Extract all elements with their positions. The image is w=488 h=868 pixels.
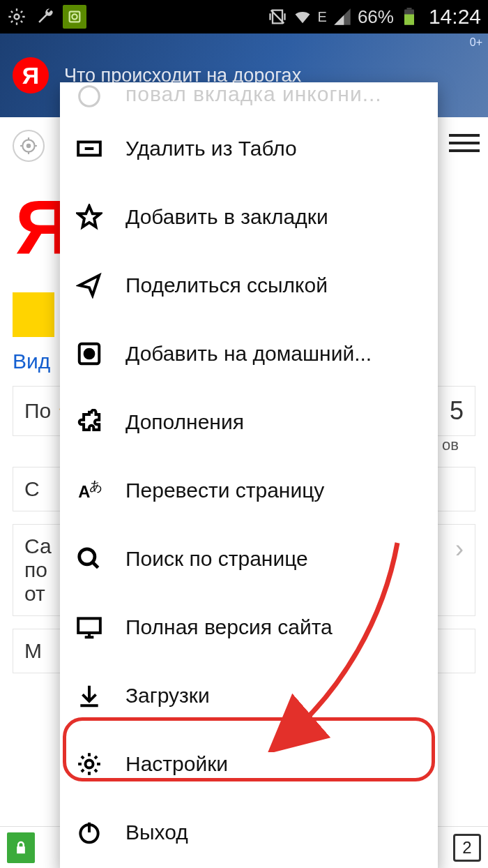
menu-item-downloads[interactable]: Загрузки <box>60 661 438 730</box>
menu-item-find-in-page[interactable]: Поиск по странице <box>60 525 438 593</box>
battery-percent: 66% <box>358 6 394 28</box>
svg-point-20 <box>85 760 93 768</box>
ssl-lock-icon[interactable] <box>7 832 35 863</box>
menu-item-desktop-site[interactable]: Полная версия сайта <box>60 593 438 661</box>
menu-item-add-bookmark[interactable]: Добавить в закладки <box>60 183 438 251</box>
menu-item-add-homescreen[interactable]: Добавить на домашний... <box>60 320 438 388</box>
menu-item-exit-label: Выход <box>125 821 188 844</box>
menu-item-extensions-label: Дополнения <box>125 410 244 434</box>
android-status-bar: E 66% 14:24 <box>0 0 488 33</box>
svg-rect-5 <box>406 8 411 9</box>
location-button[interactable] <box>13 130 45 162</box>
menu-item-share-link-label: Поделиться ссылкой <box>125 274 328 297</box>
yandex-badge: Я <box>13 57 49 93</box>
menu-item-share-link[interactable]: Поделиться ссылкой <box>60 251 438 320</box>
menu-item-incognito-cut[interactable]: повал вкладка инкогни... <box>60 82 438 114</box>
weather-temp: 5 <box>450 396 464 426</box>
vibrate-icon <box>268 7 287 27</box>
menu-item-settings[interactable]: Настройки <box>60 730 438 798</box>
incognito-icon <box>75 82 103 110</box>
svg-point-2 <box>72 14 77 19</box>
news-card-2-line2: по <box>24 558 52 582</box>
menu-item-settings-label: Настройки <box>125 752 228 776</box>
svg-text:あ: あ <box>89 479 102 493</box>
wifi-icon <box>293 7 312 27</box>
gps-icon <box>7 7 26 27</box>
news-card-1-text: С <box>24 477 40 500</box>
svg-text:A: A <box>78 482 90 501</box>
search-bar-fragment[interactable] <box>13 292 54 337</box>
menu-item-find-in-page-label: Поиск по странице <box>125 547 308 571</box>
power-icon <box>75 818 103 846</box>
svg-rect-4 <box>404 15 414 25</box>
svg-point-8 <box>79 87 100 107</box>
menu-item-desktop-site-label: Полная версия сайта <box>125 615 333 639</box>
battery-icon <box>399 7 419 27</box>
menu-item-translate-label: Перевести страницу <box>125 479 324 502</box>
circle-dot-icon <box>75 340 103 368</box>
news-card-2-line1: Са <box>24 534 52 558</box>
menu-item-incognito-label: повал вкладка инкогни... <box>125 82 382 106</box>
menu-item-exit[interactable]: Выход <box>60 798 438 867</box>
age-badge: 0+ <box>470 36 482 49</box>
svg-point-15 <box>79 549 95 564</box>
puzzle-icon <box>75 408 103 436</box>
desktop-icon <box>75 613 103 641</box>
menu-item-extensions[interactable]: Дополнения <box>60 388 438 456</box>
network-type-label: E <box>318 9 327 25</box>
browser-overflow-menu: повал вкладка инкогни... Удалить из Табл… <box>60 82 438 868</box>
weather-prefix-text: По <box>24 399 51 423</box>
star-icon <box>75 203 103 231</box>
menu-item-add-homescreen-label: Добавить на домашний... <box>125 342 372 366</box>
download-icon <box>75 682 103 710</box>
svg-rect-17 <box>78 618 100 633</box>
video-link[interactable]: Вид <box>13 350 50 373</box>
menu-item-downloads-label: Загрузки <box>125 684 210 708</box>
clock-label: 14:24 <box>429 5 481 29</box>
menu-item-remove-tablo[interactable]: Удалить из Табло <box>60 114 438 183</box>
news-card-3-text: М <box>24 639 42 662</box>
menu-item-translate[interactable]: Aあ Перевести страницу <box>60 456 438 525</box>
svg-point-7 <box>27 144 30 147</box>
search-icon <box>75 545 103 573</box>
signal-icon <box>333 7 352 27</box>
share-icon <box>75 271 103 299</box>
wrench-icon <box>35 7 54 27</box>
svg-point-12 <box>85 350 94 359</box>
menu-item-remove-tablo-label: Удалить из Табло <box>125 137 297 160</box>
chevron-right-icon: › <box>455 534 464 606</box>
gear-icon <box>75 750 103 778</box>
news-card-2-line3: от <box>24 582 52 606</box>
tab-count-button[interactable]: 2 <box>453 834 481 862</box>
svg-point-0 <box>15 15 20 20</box>
translate-icon: Aあ <box>75 477 103 504</box>
app-running-icon <box>63 5 86 29</box>
svg-line-16 <box>93 562 98 568</box>
hamburger-menu-button[interactable] <box>449 134 480 152</box>
remove-tablo-icon <box>75 135 103 163</box>
menu-item-add-bookmark-label: Добавить в закладки <box>125 205 328 229</box>
svg-rect-1 <box>70 12 80 22</box>
